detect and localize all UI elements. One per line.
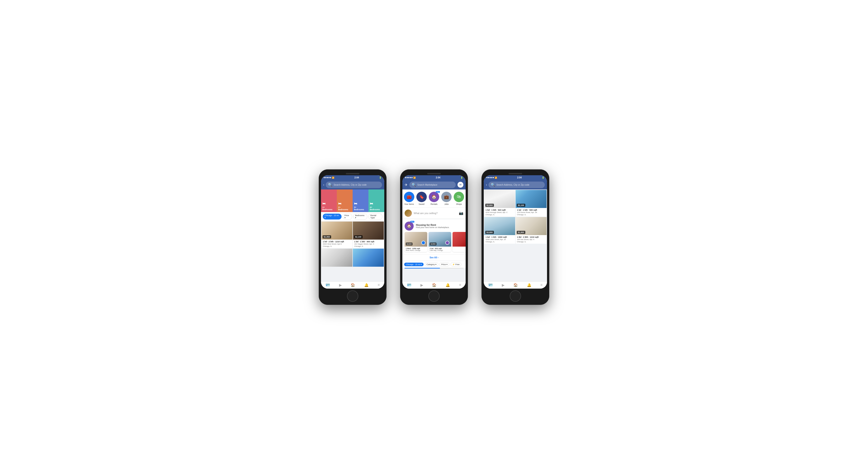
bottom-nav-feed-right[interactable]: 🪪 [488, 283, 493, 287]
category-your-items[interactable]: 🧰 Your Items [404, 192, 414, 205]
listing-card-left-3[interactable] [353, 249, 384, 267]
listing-img-left-2 [321, 249, 352, 267]
phone-left: 📶 2:04 🔋 ‹ 🔍 Search Address, City or Zip… [319, 169, 386, 305]
bottom-nav-video-right[interactable]: ▶ [502, 283, 504, 287]
search-bar-right[interactable]: 🔍 Search Address, City or Zip code [489, 181, 545, 188]
back-button-left[interactable]: ‹ [323, 183, 324, 187]
phone-speaker-left [346, 173, 360, 174]
grid-price-right-0: $2,800 [485, 204, 494, 207]
horiz-addr-0: River North, Chicago [406, 249, 426, 251]
horiz-card-1[interactable]: $1950 2 bd · 923 sqft Little Italy, Chic… [429, 232, 451, 252]
grid-card-right-1[interactable]: $2,100 1 bd · 1 bth · 500 sqft 123 Doran… [516, 190, 547, 216]
send-icon-center[interactable]: ✈ [405, 183, 408, 187]
status-time-center: 2:04 [436, 176, 440, 179]
horiz-addr-1: Little Italy, Chicago [430, 249, 450, 251]
sell-input[interactable]: What are you selling? [414, 212, 457, 214]
status-bar-center: 📶 2:04 🔋 [402, 175, 466, 180]
rental-type-filter-left[interactable]: Rental Type [368, 213, 382, 220]
grid-img-right-3: $1,800 [516, 217, 547, 235]
category-saved[interactable]: 🔖 Saved [416, 192, 427, 205]
listing-img-left-3 [353, 249, 384, 267]
bedroom-tile-1[interactable]: 🛏 1+Bedrooms [321, 190, 337, 212]
bedroom-tile-2[interactable]: 🛏 2+Bedrooms [337, 190, 352, 212]
grid-specs-right-2: 1 bd · 1 bth · 1000 sqft [486, 236, 514, 238]
status-right-right: 🔋 [542, 177, 544, 179]
grid-card-right-0[interactable]: $2,800 1 bd · 1 bth · 923 sqft 4242 Keou… [484, 190, 515, 216]
bottom-nav-marketplace-left[interactable]: 🏠 [350, 283, 355, 287]
search-icon-left: 🔍 [328, 183, 333, 187]
category-rentals[interactable]: 🏠 New Rentals [429, 192, 439, 205]
signal-dot [325, 177, 327, 178]
location-filter-label-left: Chicago · 15 mi ▾ [324, 214, 340, 219]
grid-card-right-2[interactable]: $3,800 1 bd · 1 bth · 1000 sqft 1628 Lie… [484, 217, 515, 244]
category-filter-center[interactable]: Category ▾ [425, 262, 438, 267]
signal-dot [493, 177, 494, 178]
listing-card-left-1[interactable]: $2,100 1 bd · 1 bth · 400 sqft 161 Nagan… [353, 222, 384, 248]
search-bar-center[interactable]: 🔍 Search Marketplace [409, 181, 456, 188]
bedroom-grid: 🛏 1+Bedrooms 🛏 2+Bedrooms 🛏 3+Bedrooms 🛏… [321, 190, 384, 212]
price-filter-left[interactable]: Price ▾ [343, 213, 352, 220]
status-left-left: 📶 [324, 177, 334, 179]
bottom-nav-video-left[interactable]: ▶ [339, 283, 342, 287]
screen-content-center: 🧰 Your Items 🔖 Saved 🏠 New [402, 190, 466, 281]
progress-bar [405, 268, 440, 269]
bottom-nav-menu-right[interactable]: ≡ [540, 283, 542, 287]
messenger-button-center[interactable]: ✉ [458, 182, 463, 188]
location-filter-left[interactable]: Chicago · 15 mi ▾ [323, 214, 342, 219]
home-button-left[interactable] [347, 291, 358, 302]
status-time-right: 2:04 [517, 176, 522, 179]
listing-info-left-0: 1 bd · 2 bth · 1210 sqft 2620 Hind Stree… [321, 240, 352, 248]
listing-card-left-0[interactable]: $1,950 1 bd · 2 bth · 1210 sqft 2620 Hin… [321, 222, 352, 248]
bottom-nav-video-center[interactable]: ▶ [421, 283, 423, 287]
rentals-new-badge: New [436, 191, 440, 193]
bottom-nav-bell-center[interactable]: 🔔 [445, 283, 450, 287]
home-button-center[interactable] [428, 291, 440, 302]
bedroom-tile-3[interactable]: 🛏 3+Bedrooms [352, 190, 368, 212]
bottom-nav-marketplace-center[interactable]: 🏠 [432, 283, 436, 287]
signal-dot [490, 177, 491, 178]
grid-card-right-3[interactable]: $1,800 1 Bd · 2 Bth · 1210 sqft 100 Isla… [516, 217, 547, 244]
bottom-nav-feed-left[interactable]: 🪪 [326, 283, 330, 287]
signal-dots-right [487, 177, 494, 178]
bottom-nav-menu-left[interactable]: ≡ [378, 283, 380, 287]
phone-speaker-center [427, 173, 441, 174]
listing-card-left-2[interactable] [321, 249, 352, 267]
search-bar-left[interactable]: 🔍 Search Address, City or Zip code [326, 181, 382, 188]
bottom-nav-marketplace-right[interactable]: 🏠 [513, 283, 518, 287]
price-filter-center[interactable]: Price ▾ [439, 262, 450, 267]
camera-icon[interactable]: 📷 [459, 211, 463, 215]
horiz-card-img-2 [453, 232, 466, 247]
shops-circle: 🛍 [454, 192, 464, 202]
bedroom-label-2: 2+Bedrooms [338, 206, 348, 211]
location-filter-center[interactable]: Chicago · 15 mi ▾ [404, 263, 424, 266]
bedrooms-filter-label-left: Bedrooms ▾ [355, 214, 364, 219]
bedroom-tile-4[interactable]: 🛏 4+Bedrooms [368, 190, 384, 212]
bottom-nav-menu-center[interactable]: ≡ [459, 283, 461, 287]
battery-icon-left: 🔋 [379, 177, 381, 179]
housing-section: 🏠 New Housing for Rent Find your next ho… [402, 219, 466, 261]
home-button-right[interactable] [510, 291, 521, 302]
grid-city-right-0: Chicago, IL [486, 214, 514, 216]
free-filter-center[interactable]: ⚡ Free [451, 262, 461, 267]
your-items-circle: 🧰 [404, 192, 414, 202]
back-button-right[interactable]: ‹ [486, 183, 487, 187]
horiz-card-2[interactable] [453, 232, 466, 252]
category-jobs[interactable]: 💼 Jobs [441, 192, 452, 205]
bottom-nav-bell-right[interactable]: 🔔 [527, 283, 531, 287]
bedrooms-filter-left[interactable]: Bedrooms ▾ [353, 213, 367, 220]
see-all-bar[interactable]: See All › [402, 254, 466, 261]
grid-city-right-2: Chicago, IL [486, 241, 514, 243]
bottom-nav-bell-left[interactable]: 🔔 [364, 283, 369, 287]
bottom-nav-feed-center[interactable]: 🪪 [407, 283, 411, 287]
rental-type-label-left: Rental Type [370, 214, 376, 219]
search-text-left: Search Address, City or Zip code [334, 183, 367, 186]
grid-addr-right-0: 4242 Keough Street, Apt. C [486, 211, 514, 213]
grid-addr-right-2: 1628 Liew Street, Apt. 16 [486, 238, 514, 240]
listings-grid-right: $2,800 1 bd · 1 bth · 923 sqft 4242 Keou… [484, 190, 547, 244]
horiz-card-0[interactable]: $1200 1 Bed · 1250 sqft River North, Chi… [405, 232, 427, 252]
phone-center: 📶 2:04 🔋 ✈ 🔍 Search Marketplace ✉ [400, 169, 468, 305]
category-shops[interactable]: 🛍 Shops [454, 192, 464, 205]
grid-info-right-2: 1 bd · 1 bth · 1000 sqft 1628 Liew Stree… [484, 235, 515, 244]
category-row: 🧰 Your Items 🔖 Saved 🏠 New [402, 190, 466, 208]
saved-circle: 🔖 [416, 192, 427, 202]
